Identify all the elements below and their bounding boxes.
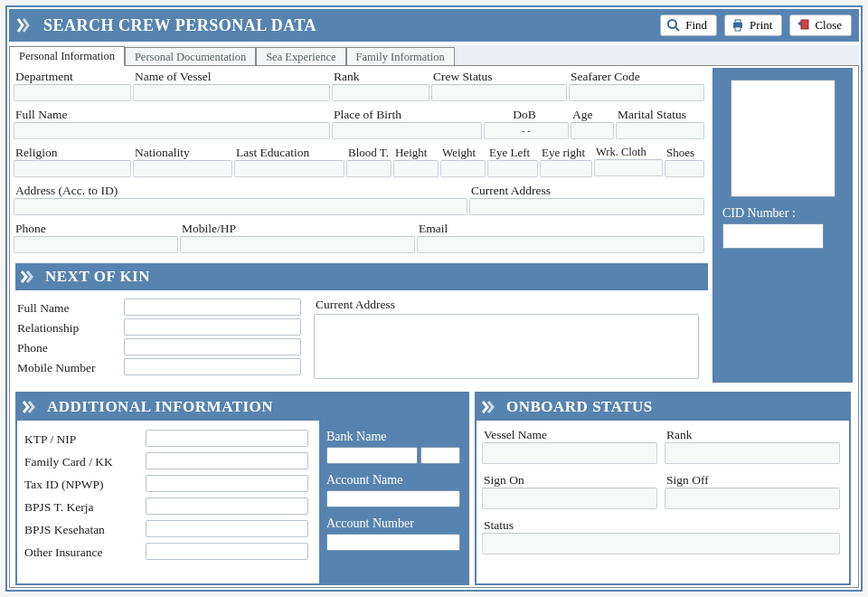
current-address-input[interactable] [469, 198, 704, 215]
kk-input[interactable] [146, 452, 308, 469]
section-next-of-kin: NEXT OF KIN Full Name Relationship Phone [15, 263, 708, 381]
page-title: SEARCH CREW PERSONAL DATA [43, 16, 653, 35]
section-onboard-status: ONBOARD STATUS Vessel Name Rank Sign On … [475, 392, 851, 585]
svg-rect-4 [735, 27, 741, 31]
chevrons-icon [481, 397, 501, 417]
tab-sea-experience[interactable]: Sea Experience [256, 47, 345, 66]
tab-family-information[interactable]: Family Information [346, 47, 455, 66]
lbl-nationality: Nationality [133, 144, 232, 160]
npwp-input[interactable] [146, 475, 308, 492]
blood-input[interactable] [346, 160, 392, 177]
find-label: Find [685, 18, 707, 33]
lbl-religion: Religion [14, 144, 131, 160]
bpjs-tk-input[interactable] [146, 498, 308, 515]
lbl-onb-status: Status [482, 516, 840, 533]
chevrons-icon [22, 397, 42, 417]
account-number-input[interactable] [326, 534, 460, 551]
lbl-onb-vessel: Vessel Name [482, 426, 657, 442]
lbl-npwp: Tax ID (NPWP) [23, 476, 146, 492]
mobile-input[interactable] [180, 236, 415, 253]
onb-status-input[interactable] [482, 533, 840, 554]
lbl-nok-relation: Relationship [15, 319, 124, 336]
bpjs-kes-input[interactable] [146, 520, 308, 537]
eye-right-input[interactable] [540, 160, 592, 177]
height-input[interactable] [393, 160, 439, 177]
lbl-current-address: Current Address [469, 182, 704, 198]
svg-rect-3 [735, 20, 741, 23]
lbl-vessel: Name of Vessel [133, 68, 330, 84]
lbl-department: Department [14, 68, 131, 84]
title-additional-information: ADDITIONAL INFORMATION [47, 398, 273, 416]
lbl-weight: Weight [440, 144, 486, 160]
full-name-input[interactable] [14, 122, 330, 139]
tab-personal-information[interactable]: Personal Information [9, 46, 125, 66]
close-icon [796, 18, 810, 33]
nok-phone-input[interactable] [124, 338, 301, 355]
lbl-shoes: Shoes [665, 144, 704, 160]
onb-signoff-input[interactable] [665, 488, 840, 509]
lbl-nok-fullname: Full Name [15, 299, 124, 316]
onb-vessel-input[interactable] [482, 442, 657, 464]
shoes-input[interactable] [665, 160, 704, 177]
weight-input[interactable] [440, 160, 486, 177]
tab-personal-documentation[interactable]: Personal Documentation [125, 47, 256, 66]
lbl-marital: Marital Status [616, 106, 704, 122]
bank-panel: Bank Name Account Name Account Number [319, 421, 467, 583]
title-onboard-status: ONBOARD STATUS [506, 398, 653, 416]
account-name-input[interactable] [326, 490, 460, 507]
lbl-nok-mobile: Mobile Number [15, 359, 124, 375]
age-input[interactable] [571, 122, 614, 139]
chevrons-icon [16, 15, 36, 35]
svg-rect-5 [801, 20, 808, 29]
body-area: Personal Information Personal Documentat… [7, 43, 861, 590]
lbl-cid: CID Number : [722, 206, 843, 221]
nok-mobile-input[interactable] [124, 358, 301, 375]
lbl-bpjs-tk: BPJS T. Kerja [23, 498, 146, 515]
lbl-address-id: Address (Acc. to ID) [14, 182, 467, 198]
department-input[interactable] [14, 84, 131, 101]
bank-name-input[interactable] [326, 447, 418, 464]
photo-box [731, 80, 835, 197]
nationality-input[interactable] [133, 160, 232, 177]
lbl-onb-signoff: Sign Off [665, 471, 840, 488]
nok-curaddr-input[interactable] [314, 314, 699, 379]
lbl-blood: Blood T. [346, 144, 392, 160]
cid-number-display [722, 223, 824, 249]
tab-bar: Personal Information Personal Documentat… [9, 45, 859, 65]
crew-status-input[interactable] [431, 84, 567, 101]
nok-relation-input[interactable] [124, 318, 301, 336]
dob-display: - - [484, 122, 569, 139]
phone-input[interactable] [14, 236, 178, 253]
lbl-other-ins: Other Insurance [23, 544, 146, 560]
ktp-input[interactable] [146, 430, 308, 447]
other-ins-input[interactable] [146, 543, 308, 560]
address-id-input[interactable] [14, 198, 467, 215]
header-next-of-kin: NEXT OF KIN [15, 263, 708, 290]
photo-panel: CID Number : [712, 68, 853, 383]
lbl-dob: DoB [484, 106, 569, 122]
close-button[interactable]: Close [789, 14, 852, 36]
onb-rank-input[interactable] [665, 442, 840, 464]
bank-name-extra-input[interactable] [420, 447, 460, 464]
print-button[interactable]: Print [724, 14, 782, 36]
header-onboard-status: ONBOARD STATUS [476, 393, 849, 421]
eye-left-input[interactable] [487, 160, 538, 177]
lbl-crew-status: Crew Status [431, 68, 567, 84]
religion-input[interactable] [14, 160, 131, 177]
rank-input[interactable] [332, 84, 429, 101]
lbl-account-number: Account Number [326, 516, 460, 531]
last-edu-input[interactable] [234, 160, 344, 177]
svg-point-0 [668, 20, 676, 28]
find-button[interactable]: Find [660, 14, 717, 36]
search-icon [666, 18, 681, 33]
printer-icon [731, 18, 745, 33]
nok-fullname-input[interactable] [124, 298, 301, 316]
onb-signon-input[interactable] [482, 488, 657, 509]
email-input[interactable] [417, 236, 704, 253]
header-additional-information: ADDITIONAL INFORMATION [17, 393, 467, 421]
seafarer-code-input[interactable] [569, 84, 704, 101]
wrk-cloth-input[interactable] [594, 159, 663, 176]
pob-input[interactable] [332, 122, 482, 139]
marital-input[interactable] [616, 122, 704, 139]
vessel-input[interactable] [133, 84, 330, 101]
